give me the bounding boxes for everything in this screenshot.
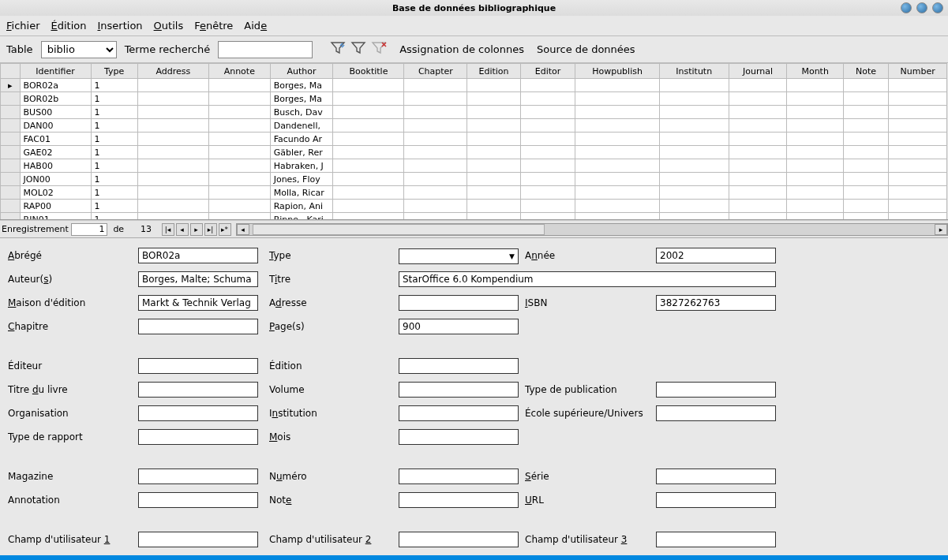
autofilter-icon[interactable] <box>330 41 346 58</box>
table-cell[interactable] <box>467 173 521 186</box>
table-cell[interactable]: 1 <box>91 173 137 186</box>
col-type[interactable]: Type <box>91 64 137 79</box>
table-row[interactable]: BOR02b1Borges, Ma <box>1 92 947 106</box>
table-cell[interactable]: 1 <box>91 119 137 133</box>
row-header[interactable] <box>1 200 21 213</box>
table-cell[interactable] <box>787 213 844 221</box>
col-journal[interactable]: Journal <box>729 64 787 79</box>
bibliography-table[interactable]: Identifier Type Address Annote Author Bo… <box>0 63 947 220</box>
table-cell[interactable] <box>520 133 575 146</box>
table-cell[interactable] <box>787 119 844 133</box>
scroll-left-icon[interactable]: ◂ <box>237 224 249 235</box>
col-month[interactable]: Month <box>787 64 844 79</box>
table-cell[interactable] <box>467 79 521 92</box>
table-cell[interactable] <box>467 106 521 119</box>
col-note[interactable]: Note <box>843 64 888 79</box>
table-cell[interactable] <box>889 200 947 213</box>
field-url[interactable] <box>656 492 776 508</box>
table-cell[interactable]: GAE02 <box>20 146 91 159</box>
table-cell[interactable] <box>467 159 521 173</box>
table-cell[interactable]: 1 <box>91 106 137 119</box>
table-cell[interactable] <box>843 119 888 133</box>
row-header[interactable] <box>1 146 21 159</box>
table-cell[interactable] <box>729 119 787 133</box>
scroll-thumb[interactable] <box>253 224 545 235</box>
table-cell[interactable] <box>787 133 844 146</box>
table-cell[interactable] <box>520 186 575 200</box>
table-cell[interactable]: RIN01 <box>20 213 91 221</box>
scroll-right-icon[interactable]: ▸ <box>935 224 947 235</box>
table-cell[interactable]: Facundo Ar <box>270 133 333 146</box>
table-cell[interactable] <box>843 159 888 173</box>
table-cell[interactable] <box>520 119 575 133</box>
field-annee[interactable] <box>656 248 776 263</box>
field-serie[interactable] <box>656 469 776 484</box>
col-author[interactable]: Author <box>270 64 333 79</box>
table-cell[interactable] <box>729 79 787 92</box>
row-header[interactable]: ▸ <box>1 79 21 92</box>
table-cell[interactable] <box>659 186 729 200</box>
field-type-pub[interactable] <box>656 382 776 398</box>
menu-window[interactable]: Fenêtre <box>194 20 233 32</box>
nav-next-button[interactable]: ▸ <box>190 223 203 236</box>
col-number[interactable]: Number <box>889 64 947 79</box>
col-booktitle[interactable]: Booktitle <box>333 64 404 79</box>
table-cell[interactable] <box>404 79 467 92</box>
table-cell[interactable]: 1 <box>91 213 137 221</box>
table-cell[interactable] <box>333 92 404 106</box>
field-editeur[interactable] <box>138 358 258 374</box>
field-organisation[interactable] <box>138 405 258 421</box>
table-cell[interactable] <box>137 200 208 213</box>
table-cell[interactable] <box>404 186 467 200</box>
table-cell[interactable]: 1 <box>91 159 137 173</box>
table-row[interactable]: HAB001Habraken, J <box>1 159 947 173</box>
table-cell[interactable] <box>787 186 844 200</box>
table-cell[interactable]: Rapion, Ani <box>270 200 333 213</box>
table-cell[interactable]: Gäbler, Rer <box>270 146 333 159</box>
table-cell[interactable]: Rinne , Kari <box>270 213 333 221</box>
field-titre[interactable] <box>399 271 776 287</box>
menu-edit[interactable]: Édition <box>51 20 87 32</box>
nav-last-button[interactable]: ▸| <box>204 223 217 236</box>
table-cell[interactable]: HAB00 <box>20 159 91 173</box>
table-cell[interactable] <box>208 106 270 119</box>
field-type-rapport[interactable] <box>138 429 258 445</box>
table-cell[interactable] <box>659 173 729 186</box>
table-cell[interactable]: Molla, Ricar <box>270 186 333 200</box>
table-cell[interactable] <box>659 200 729 213</box>
table-cell[interactable] <box>467 213 521 221</box>
table-cell[interactable] <box>467 186 521 200</box>
table-cell[interactable] <box>843 213 888 221</box>
row-header[interactable] <box>1 119 21 133</box>
table-cell[interactable] <box>404 173 467 186</box>
table-cell[interactable]: 1 <box>91 146 137 159</box>
table-cell[interactable] <box>404 133 467 146</box>
row-header[interactable] <box>1 92 21 106</box>
table-cell[interactable] <box>729 92 787 106</box>
table-row[interactable]: JON001Jones, Floy <box>1 173 947 186</box>
record-current-input[interactable] <box>71 223 107 236</box>
table-cell[interactable] <box>659 159 729 173</box>
field-isbn[interactable] <box>656 295 776 311</box>
col-address[interactable]: Address <box>137 64 208 79</box>
table-cell[interactable] <box>729 146 787 159</box>
table-cell[interactable] <box>659 79 729 92</box>
table-cell[interactable]: DAN00 <box>20 119 91 133</box>
table-cell[interactable] <box>467 133 521 146</box>
table-cell[interactable] <box>520 173 575 186</box>
table-cell[interactable] <box>843 133 888 146</box>
field-abrege[interactable] <box>138 248 258 263</box>
table-cell[interactable] <box>729 200 787 213</box>
table-cell[interactable] <box>137 79 208 92</box>
field-pages[interactable] <box>399 319 519 334</box>
row-header[interactable] <box>1 106 21 119</box>
table-cell[interactable] <box>843 173 888 186</box>
table-cell[interactable] <box>467 146 521 159</box>
table-row[interactable]: RAP001Rapion, Ani <box>1 200 947 213</box>
table-cell[interactable] <box>137 133 208 146</box>
field-institution[interactable] <box>399 405 519 421</box>
table-cell[interactable] <box>843 186 888 200</box>
col-edition[interactable]: Edition <box>467 64 521 79</box>
table-cell[interactable] <box>520 146 575 159</box>
field-numero[interactable] <box>399 469 519 484</box>
